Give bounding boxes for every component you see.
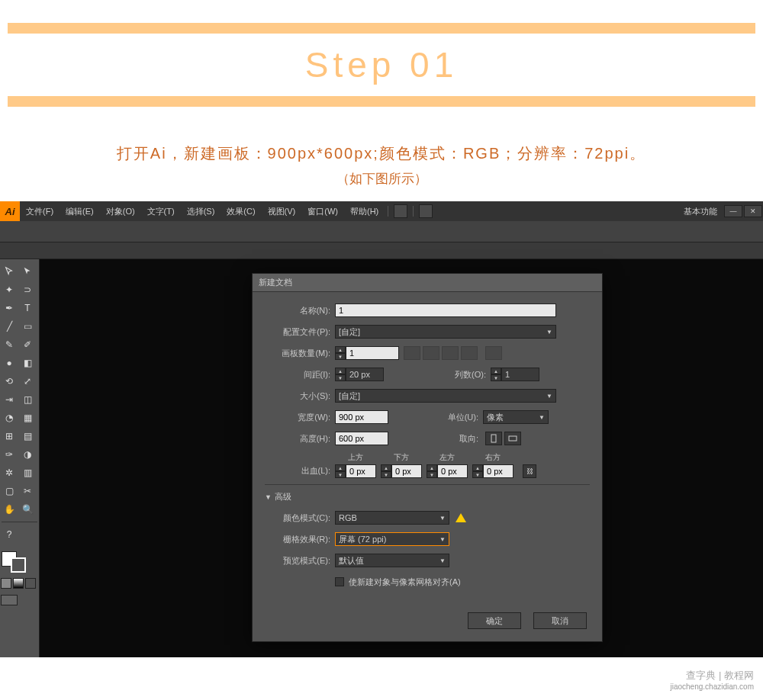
label-preview: 预览模式(E): xyxy=(265,555,335,567)
menu-window[interactable]: 窗口(W) xyxy=(301,206,344,217)
preview-select[interactable]: 默认值▼ xyxy=(335,554,449,567)
bleed-left-input[interactable] xyxy=(437,464,468,478)
name-input[interactable] xyxy=(335,303,556,317)
direction-icon xyxy=(485,346,502,360)
menu-object[interactable]: 对象(O) xyxy=(100,206,141,217)
help-icon[interactable]: ? xyxy=(0,525,18,544)
bleed-right-up[interactable]: ▲ xyxy=(472,464,483,471)
gradient-tool[interactable]: ▤ xyxy=(18,427,37,445)
bleed-bottom-up[interactable]: ▲ xyxy=(381,464,391,471)
width-tool[interactable]: ⇥ xyxy=(0,390,18,409)
columns-input xyxy=(501,368,539,381)
height-input[interactable] xyxy=(335,432,388,445)
profile-select[interactable]: [自定]▼ xyxy=(335,325,556,339)
stroke-swatch[interactable] xyxy=(11,557,26,573)
width-input[interactable] xyxy=(335,410,388,424)
bleed-right-down[interactable]: ▼ xyxy=(472,471,483,478)
fill-stroke-swatches[interactable] xyxy=(0,550,39,574)
bleed-top-input[interactable] xyxy=(346,464,376,478)
layout-icon[interactable] xyxy=(419,204,433,218)
color-mode[interactable] xyxy=(1,578,11,589)
orient-landscape[interactable] xyxy=(504,432,521,445)
gradient-mode[interactable] xyxy=(13,578,24,589)
label-units: 单位(U): xyxy=(407,412,483,423)
columns-up: ▲ xyxy=(491,368,501,374)
selection-tool[interactable] xyxy=(0,262,18,281)
ok-button[interactable]: 确定 xyxy=(468,612,521,629)
perspective-tool[interactable]: ▦ xyxy=(18,409,37,427)
bleed-left-down[interactable]: ▼ xyxy=(427,471,437,478)
banner-top-bar xyxy=(8,23,755,34)
artboards-up[interactable]: ▲ xyxy=(335,346,346,353)
rotate-tool[interactable]: ⟲ xyxy=(0,372,18,390)
bleed-bottom-input[interactable] xyxy=(391,464,422,478)
menu-file[interactable]: 文件(F) xyxy=(20,206,60,217)
menu-effect[interactable]: 效果(C) xyxy=(221,206,261,217)
size-select[interactable]: [自定]▼ xyxy=(335,389,556,403)
workspace-selector[interactable]: 基本功能 xyxy=(678,206,723,217)
eyedropper-tool[interactable]: ✑ xyxy=(0,445,18,464)
arrange-row-icon xyxy=(442,346,459,360)
window-close[interactable]: ✕ xyxy=(744,205,762,217)
rectangle-tool[interactable]: ▭ xyxy=(18,317,37,336)
bleed-left-up[interactable]: ▲ xyxy=(427,464,437,471)
bleed-top-up[interactable]: ▲ xyxy=(335,464,346,471)
shape-builder-tool[interactable]: ◔ xyxy=(0,409,18,427)
blob-brush-tool[interactable]: ● xyxy=(0,354,18,372)
blend-tool[interactable]: ◑ xyxy=(18,445,37,464)
spacing-up: ▲ xyxy=(335,368,346,374)
window-minimize[interactable]: — xyxy=(724,205,742,217)
lasso-tool[interactable]: ⊃ xyxy=(18,281,37,299)
label-colormode: 颜色模式(C): xyxy=(265,512,335,524)
menu-edit[interactable]: 编辑(E) xyxy=(60,206,100,217)
spacing-input xyxy=(346,368,384,381)
slice-tool[interactable]: ✂ xyxy=(18,482,37,500)
menu-view[interactable]: 视图(V) xyxy=(262,206,302,217)
label-spacing: 间距(I): xyxy=(265,369,335,381)
advanced-toggle[interactable]: ▼高级 xyxy=(265,491,590,503)
label-orient: 取向: xyxy=(407,433,483,445)
free-transform-tool[interactable]: ◫ xyxy=(18,390,37,409)
line-tool[interactable]: ╱ xyxy=(0,317,18,336)
direct-selection-tool[interactable] xyxy=(18,262,37,281)
label-bottom: 下方 xyxy=(394,452,409,463)
paintbrush-tool[interactable]: ✎ xyxy=(0,336,18,354)
colormode-select[interactable]: RGB▼ xyxy=(335,511,449,525)
artboards-input[interactable] xyxy=(346,346,399,360)
units-select[interactable]: 像素▼ xyxy=(483,410,549,424)
menu-bar: Ai 文件(F) 编辑(E) 对象(O) 文字(T) 选择(S) 效果(C) 视… xyxy=(0,201,763,221)
label-height: 高度(H): xyxy=(265,433,335,445)
raster-select[interactable]: 屏幕 (72 ppi)▼ xyxy=(335,532,449,546)
watermark-main: 查字典 | 教程网 xyxy=(670,669,754,682)
artboard-tool[interactable]: ▢ xyxy=(0,482,18,500)
label-top: 上方 xyxy=(348,452,363,463)
orient-portrait[interactable] xyxy=(485,432,502,445)
tool-panel: ✦⊃ ✒T ╱▭ ✎✐ ●◧ ⟲⤢ ⇥◫ ◔▦ ⊞▤ ✑◑ ✲▥ ▢✂ ✋🔍 ? xyxy=(0,259,40,657)
graph-tool[interactable]: ▥ xyxy=(18,464,37,482)
menu-select[interactable]: 选择(S) xyxy=(181,206,221,217)
pencil-tool[interactable]: ✐ xyxy=(18,336,37,354)
zoom-tool[interactable]: 🔍 xyxy=(18,500,37,519)
bleed-top-down[interactable]: ▼ xyxy=(335,471,346,478)
scale-tool[interactable]: ⤢ xyxy=(18,372,37,390)
cancel-button[interactable]: 取消 xyxy=(533,612,587,629)
bridge-icon[interactable] xyxy=(394,204,407,218)
type-tool[interactable]: T xyxy=(18,299,37,317)
eraser-tool[interactable]: ◧ xyxy=(18,354,37,372)
align-pixel-checkbox[interactable] xyxy=(335,577,344,586)
instruction-subtext: （如下图所示） xyxy=(0,170,763,188)
pen-tool[interactable]: ✒ xyxy=(0,299,18,317)
bleed-right-input[interactable] xyxy=(483,464,513,478)
menu-type[interactable]: 文字(T) xyxy=(141,206,181,217)
bleed-bottom-down[interactable]: ▼ xyxy=(381,471,391,478)
none-mode[interactable] xyxy=(25,578,36,589)
menu-help[interactable]: 帮助(H) xyxy=(344,206,385,217)
mesh-tool[interactable]: ⊞ xyxy=(0,427,18,445)
magic-wand-tool[interactable]: ✦ xyxy=(0,281,18,299)
grid-by-col-icon xyxy=(423,346,439,360)
link-bleed-icon[interactable]: ⛓ xyxy=(523,464,536,478)
hand-tool[interactable]: ✋ xyxy=(0,500,18,519)
artboards-down[interactable]: ▼ xyxy=(335,353,346,360)
screen-mode[interactable] xyxy=(1,595,18,605)
symbol-sprayer-tool[interactable]: ✲ xyxy=(0,464,18,482)
